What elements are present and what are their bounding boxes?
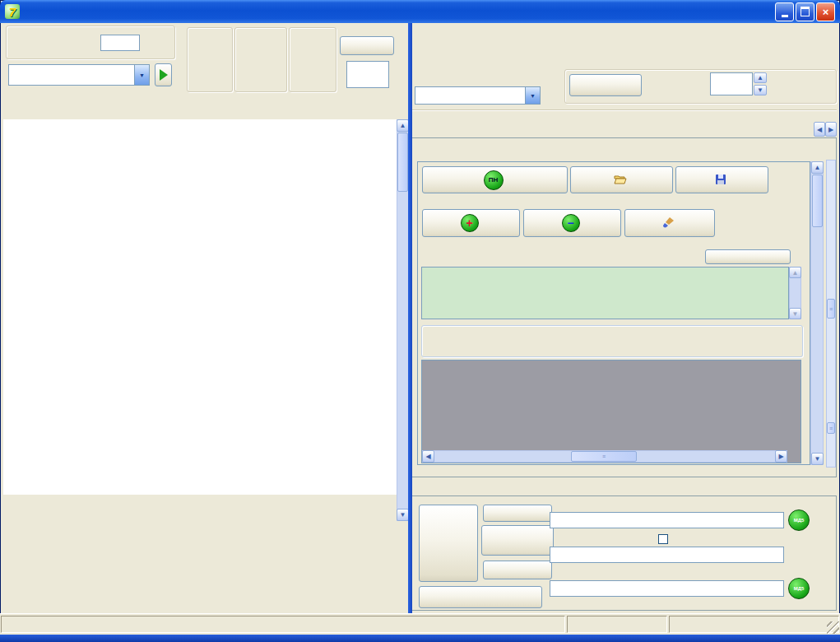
clear-field-button[interactable]: [705, 249, 791, 264]
scroll-up-icon[interactable]: ▲: [789, 267, 801, 278]
listbox-hscrollbar-thumb[interactable]: ≡: [571, 451, 637, 462]
autospin-button[interactable]: [569, 74, 642, 96]
results-table: [3, 119, 397, 495]
play-icon: [160, 69, 168, 81]
app-window: 7 × ▼ ▲ ▼: [0, 0, 840, 642]
listbox-hscrollbar[interactable]: ◀ ≡ ▶: [422, 450, 787, 463]
md5-calc-icon[interactable]: МД5: [788, 509, 810, 531]
open-folder-icon: [614, 174, 627, 187]
autoshift-new-button[interactable]: [340, 36, 394, 55]
md5-clear-paste-aux-button[interactable]: [419, 586, 542, 608]
md5-clear-button[interactable]: [483, 505, 552, 522]
table-scrollbar-thumb[interactable]: [397, 133, 408, 192]
md5-output-input[interactable]: [550, 547, 784, 563]
main-tabs: [415, 119, 813, 138]
delete-bet-button[interactable]: −: [523, 209, 621, 237]
autoset-user-button[interactable]: ПН: [422, 166, 568, 193]
roulette-board: [3, 521, 408, 613]
delay-up-icon[interactable]: ▲: [754, 72, 767, 83]
maximize-button[interactable]: [796, 2, 814, 21]
delay-input[interactable]: [710, 72, 753, 95]
delay-down-icon[interactable]: ▼: [754, 85, 767, 95]
md5-calc-button[interactable]: [483, 561, 552, 579]
scroll-up-icon[interactable]: ▲: [811, 161, 824, 174]
md5-source-input[interactable]: [550, 512, 784, 528]
md5-big-button[interactable]: [419, 505, 478, 582]
pn-badge-icon: ПН: [484, 170, 504, 190]
add-bet-button[interactable]: +: [422, 209, 520, 237]
sub-tabs: [416, 140, 825, 159]
page-scrollbar-thumb[interactable]: ≡: [827, 422, 835, 434]
pane-splitter[interactable]: [408, 23, 412, 613]
status-loaded-file: [1, 616, 565, 633]
bets-listbox[interactable]: [421, 360, 801, 463]
md5-clear-paste-button[interactable]: [481, 525, 554, 556]
chevron-down-icon[interactable]: ▼: [134, 65, 149, 85]
game-on-group: [187, 27, 233, 92]
separator: [411, 109, 837, 111]
minus-icon: −: [562, 214, 580, 232]
brush-icon: [662, 216, 675, 230]
tab-scroll-left-icon[interactable]: ◀: [814, 122, 825, 137]
roulette-kind-group: [234, 27, 287, 92]
autoshift-value: [346, 61, 389, 88]
table-scrollbar[interactable]: ▲ ▼: [397, 119, 409, 521]
page-scrollbar-thumb[interactable]: ≡: [827, 299, 835, 319]
floppy-icon: [715, 174, 726, 187]
save-bets-file-button[interactable]: [675, 166, 768, 193]
bets-editor[interactable]: [421, 267, 789, 319]
scroll-right-icon[interactable]: ▶: [775, 450, 787, 463]
table-body[interactable]: [3, 119, 397, 495]
editor-scrollbar[interactable]: ▲ ▼: [789, 267, 801, 319]
scroll-left-icon[interactable]: ◀: [422, 450, 434, 463]
close-button[interactable]: ×: [816, 2, 835, 21]
resize-grip[interactable]: [827, 621, 839, 634]
md5-aux-input[interactable]: [550, 580, 784, 597]
quick-buttons-group: [421, 325, 803, 357]
scroll-down-icon[interactable]: ▼: [789, 308, 801, 319]
scroll-down-icon[interactable]: ▼: [397, 509, 409, 521]
tab-scroll-right-icon[interactable]: ▶: [825, 122, 837, 137]
status-bar: [0, 613, 840, 635]
panel-scrollbar-thumb[interactable]: [812, 174, 823, 227]
preset-combo[interactable]: ▼: [8, 64, 150, 86]
status-autoshift: [567, 616, 667, 633]
toolbar: [12, 97, 405, 116]
status-source: [669, 616, 839, 633]
panel-scrollbar[interactable]: ▲ ▼: [810, 161, 824, 465]
game-type-group: [289, 27, 336, 92]
case-checkbox[interactable]: [658, 534, 668, 544]
chevron-down-icon[interactable]: ▼: [525, 87, 540, 104]
app-icon: 7: [5, 4, 20, 19]
window-frame-bottom: [0, 634, 840, 642]
minimize-button[interactable]: [775, 2, 794, 21]
scroll-up-icon[interactable]: ▲: [397, 119, 409, 132]
bottom-tabs: [415, 478, 835, 496]
scroll-down-icon[interactable]: ▼: [811, 453, 824, 465]
md5-calc-icon[interactable]: МД5: [788, 578, 810, 599]
page-scrollbar[interactable]: ≡ ≡: [826, 160, 836, 468]
load-bets-file-button[interactable]: [570, 166, 673, 193]
start-sum-input[interactable]: [100, 35, 140, 51]
plus-icon: +: [461, 214, 479, 232]
start-group: [6, 26, 175, 59]
title-bar: 7 ×: [0, 0, 840, 23]
start-button[interactable]: [155, 63, 172, 86]
delete-all-bets-button[interactable]: [624, 209, 715, 237]
mode-combo[interactable]: ▼: [415, 86, 541, 105]
